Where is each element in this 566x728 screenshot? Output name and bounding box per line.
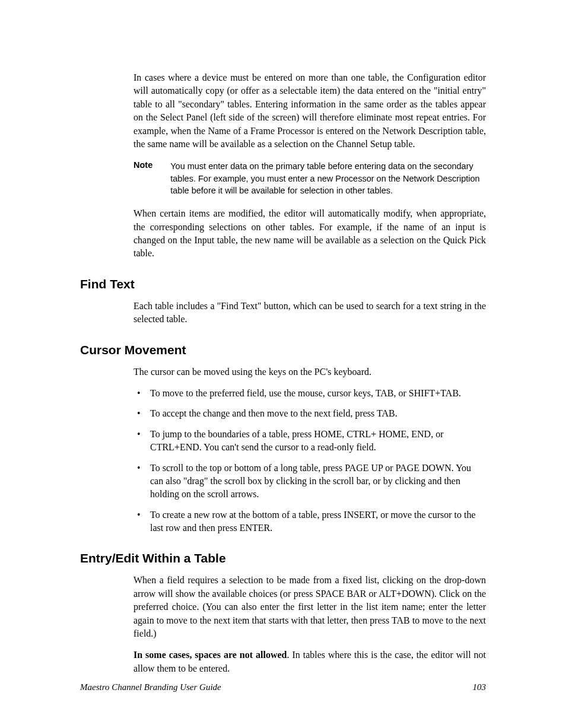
note-block: Note You must enter data on the primary … [133,160,486,196]
bold-span: In some cases, spaces are not allowed [133,650,287,660]
footer-page: 103 [473,682,486,692]
note-label: Note [133,160,170,196]
list-item: To accept the change and then move to th… [133,407,486,420]
list-item: To scroll to the top or bottom of a long… [133,462,486,501]
list-item: To move to the preferred field, use the … [133,387,486,400]
intro-paragraph: In cases where a device must be entered … [133,71,486,151]
modified-paragraph: When certain items are modified, the edi… [133,207,486,260]
find-text-body: Each table includes a "Find Text" button… [133,300,486,326]
footer: Maestro Channel Branding User Guide 103 [80,682,486,692]
footer-title: Maestro Channel Branding User Guide [80,682,221,692]
entry-edit-body1: When a field requires a selection to be … [133,574,486,640]
heading-find-text: Find Text [80,277,486,291]
list-item: To jump to the boundaries of a table, pr… [133,428,486,454]
cursor-movement-intro: The cursor can be moved using the keys o… [133,365,486,379]
list-item: To create a new row at the bottom of a t… [133,508,486,535]
cursor-movement-list: To move to the preferred field, use the … [133,387,486,535]
note-text: You must enter data on the primary table… [170,160,486,196]
entry-edit-body2: In some cases, spaces are not allowed. I… [133,648,486,675]
heading-cursor-movement: Cursor Movement [80,343,486,357]
heading-entry-edit: Entry/Edit Within a Table [80,551,486,565]
